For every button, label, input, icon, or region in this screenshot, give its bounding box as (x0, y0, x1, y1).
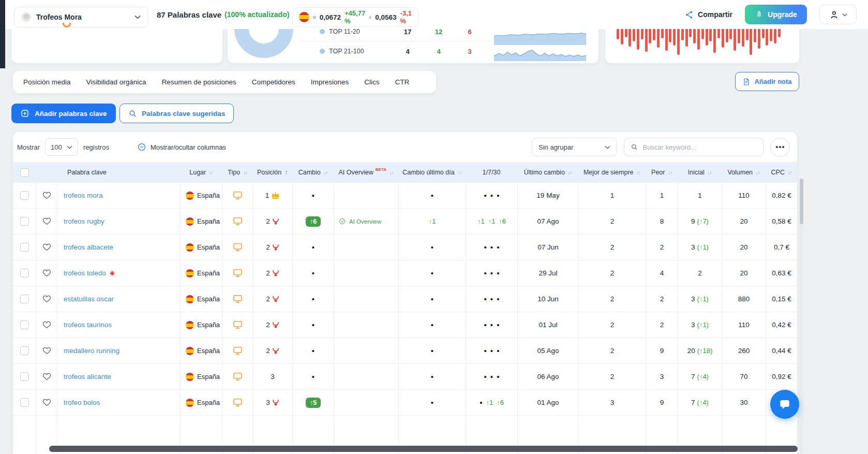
position-cell: 3 (252, 364, 292, 390)
chat-widget-button[interactable] (770, 390, 799, 419)
share-button[interactable]: Compartir (685, 10, 732, 19)
column-header-1-7-30[interactable]: 1/7/30 (466, 162, 517, 183)
keyword-cell: trofeos taurinos (57, 312, 180, 338)
chevron-down-icon (67, 145, 72, 149)
row-checkbox[interactable] (20, 243, 29, 252)
column-header-posici-n[interactable]: Posición↑ (252, 162, 292, 183)
tab-posici-n-media[interactable]: Posición media (23, 78, 71, 86)
rocket-icon (755, 10, 764, 19)
keyword-link[interactable]: trofeos toledo (64, 269, 106, 277)
group-select[interactable]: Sin agrupar (532, 138, 617, 156)
favorite-heart-icon[interactable] (42, 346, 51, 355)
row-select-cell (13, 338, 36, 364)
select-all-checkbox[interactable] (20, 168, 29, 177)
favorite-heart-icon[interactable] (42, 191, 51, 200)
column-header-volumen[interactable]: Volumen↓↑ (722, 162, 766, 183)
worst-cell: 1 (646, 183, 678, 209)
ai-overview-cell (334, 338, 398, 364)
red-bar (637, 29, 639, 50)
suggested-keywords-button[interactable]: Palabras clave sugeridas (119, 104, 234, 123)
more-options-button[interactable] (770, 138, 790, 157)
page-size-select[interactable]: 100 (45, 138, 78, 156)
column-header-cambio[interactable]: Cambio↓↑ (292, 162, 334, 183)
column-header-ltimo-cambio[interactable]: Último cambio↓↑ (517, 162, 578, 183)
favorite-cell (36, 183, 57, 209)
ai-overview-cell: AI Overview (334, 209, 398, 235)
tab-competidores[interactable]: Competidores (252, 78, 295, 86)
desktop-value: 0,0672 (320, 13, 341, 21)
column-header-cambio-ltimo-d-a[interactable]: Cambio último día↓↑ (398, 162, 466, 183)
add-keywords-button[interactable]: Añadir palabras clave (11, 104, 116, 123)
row-checkbox[interactable] (20, 269, 29, 277)
search-input[interactable] (642, 143, 757, 151)
row-checkbox[interactable] (20, 320, 29, 329)
toggle-columns-button[interactable]: Mostrar/ocultar columnas (137, 142, 226, 152)
column-header-ai-overview[interactable]: AI OverviewBETA↓↑ (334, 162, 398, 183)
summary-card-left (11, 29, 222, 63)
red-bar (726, 29, 728, 42)
keyword-cell: trofeos mora (57, 183, 180, 209)
keyword-link[interactable]: trofeos mora (64, 192, 103, 199)
keyword-link[interactable]: trofeos rugby (64, 217, 104, 225)
keyword-link[interactable]: trofeo bolos (64, 399, 100, 406)
spain-flag-icon (186, 243, 194, 252)
toggle-columns-label: Mostrar/ocultar columnas (151, 143, 226, 151)
row-checkbox[interactable] (20, 191, 29, 200)
column-header-mejor-de-siempre[interactable]: Mejor de siempre↓↑ (578, 162, 646, 183)
upgrade-button[interactable]: Upgrade (745, 5, 807, 24)
red-bar (750, 29, 752, 55)
initial-cell: 3(↑1) (678, 312, 722, 338)
project-selector[interactable]: Trofeos Mora (14, 7, 148, 27)
volume-cell: 20 (722, 209, 766, 235)
sort-icon: ↓↑ (637, 170, 641, 175)
column-header-peor[interactable]: Peor↓↑ (646, 162, 678, 183)
favorite-heart-icon[interactable] (42, 398, 51, 407)
column-header-inicial[interactable]: Inicial↓↑ (678, 162, 722, 183)
positions-donut-chart (234, 29, 293, 58)
row-checkbox[interactable] (20, 217, 29, 226)
favorite-heart-icon[interactable] (42, 217, 51, 226)
row-checkbox[interactable] (20, 295, 29, 303)
trend-1-7-30-cell: ••• (466, 338, 517, 364)
add-note-button[interactable]: Añadir nota (735, 72, 799, 91)
red-bar (665, 29, 668, 51)
tab-resumen-de-posiciones[interactable]: Resumen de posiciones (162, 78, 236, 86)
tab-impresiones[interactable]: Impresiones (311, 78, 349, 86)
red-bar (641, 29, 643, 39)
red-bar (746, 29, 749, 40)
horizontal-scrollbar[interactable] (49, 446, 798, 452)
row-select-cell (13, 390, 36, 416)
row-checkbox[interactable] (20, 398, 29, 407)
desktop-icon (233, 191, 243, 200)
position-cell: 2 (252, 235, 292, 260)
keyword-link[interactable]: estatuillas oscar (64, 295, 114, 303)
favorite-heart-icon[interactable] (42, 269, 51, 277)
favorite-heart-icon[interactable] (42, 243, 51, 252)
vertical-scrollbar-thumb[interactable] (800, 179, 803, 224)
sort-icon: ↓↑ (568, 170, 572, 175)
change-cell: • (292, 312, 334, 338)
chat-bubble-icon (778, 398, 791, 411)
favorite-heart-icon[interactable] (42, 295, 51, 303)
location-cell: España (180, 235, 222, 260)
row-checkbox[interactable] (20, 346, 29, 355)
column-header-cpc[interactable]: CPC↓↑ (766, 162, 797, 183)
keyword-link[interactable]: trofeos albacete (64, 243, 113, 251)
tab-visibilidad-org-nica[interactable]: Visibilidad orgánica (86, 78, 146, 86)
row-checkbox[interactable] (20, 372, 29, 381)
column-header-palabra-clave[interactable]: Palabra clave (57, 162, 180, 183)
keyword-link[interactable]: trofeos taurinos (64, 321, 112, 329)
user-menu-button[interactable] (819, 5, 857, 24)
tab-clics[interactable]: Clics (364, 78, 379, 86)
red-bar (628, 29, 631, 47)
keyword-link[interactable]: trofeos alicante (64, 373, 111, 380)
chevron-down-icon (134, 15, 141, 19)
favorite-heart-icon[interactable] (42, 320, 51, 329)
select-all-cell (13, 162, 36, 183)
tab-ctr[interactable]: CTR (395, 78, 410, 86)
red-bar (621, 29, 623, 45)
keyword-link[interactable]: medallero running (64, 347, 119, 355)
column-header-lugar[interactable]: Lugar↓↑ (180, 162, 222, 183)
favorite-heart-icon[interactable] (42, 372, 51, 381)
column-header-tipo[interactable]: Tipo↓↑ (222, 162, 252, 183)
